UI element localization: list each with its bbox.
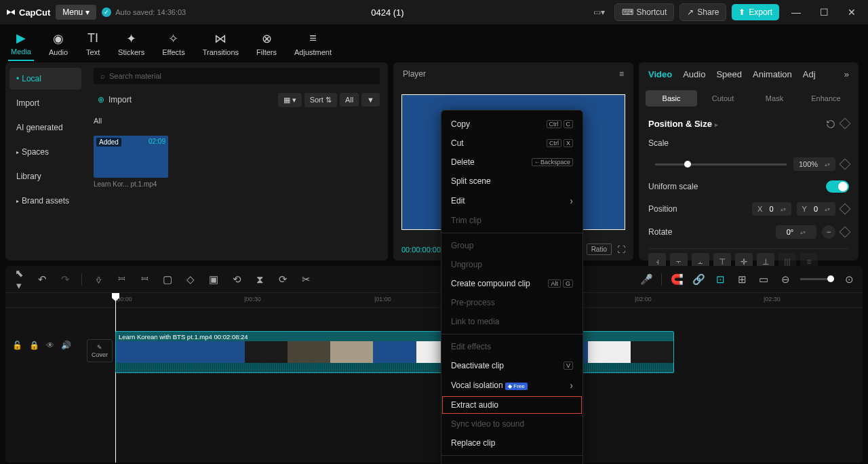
tab-adjustment[interactable]: ≡Adjustment	[292, 27, 334, 60]
sidebar-item-spaces[interactable]: ▸Spaces	[9, 141, 81, 163]
layout-icon[interactable]: ▭▾	[589, 7, 609, 17]
sidebar-item-library[interactable]: Library	[9, 166, 81, 187]
eye-icon[interactable]: 👁	[46, 341, 54, 350]
sidebar-item-local[interactable]: •Local	[9, 68, 81, 90]
tab-transitions[interactable]: ⋈Transitions	[200, 27, 241, 60]
keyframe-icon[interactable]	[840, 159, 851, 170]
player-menu-icon[interactable]: ≡	[619, 69, 624, 79]
menu-button[interactable]: Menu ▾	[56, 5, 96, 20]
section-position-size: Position & Size ▸	[648, 119, 718, 129]
tab-text[interactable]: TIText	[83, 27, 103, 60]
link-icon[interactable]: 🔗	[692, 273, 705, 286]
autosave-status: ✓ Auto saved: 14:36:03	[102, 7, 186, 17]
insp-tab-audio[interactable]: Audio	[683, 69, 705, 79]
timeline-ruler[interactable]: |00:00 |00:30 |01:00 |02:00 |02:30	[5, 293, 863, 308]
check-icon: ✓	[102, 7, 111, 17]
zoom-slider[interactable]	[800, 278, 834, 280]
split-left-icon[interactable]: ⎶	[115, 273, 128, 285]
ctx-extract-audio[interactable]: Extract audio	[441, 395, 583, 414]
pos-y-input[interactable]: Y 0 ▴▾	[797, 202, 835, 216]
lock-icon[interactable]: 🔓	[12, 341, 22, 350]
subtab-enhance[interactable]: Enhance	[800, 90, 852, 107]
more-icon[interactable]: »	[844, 69, 849, 79]
sidebar-item-import[interactable]: Import	[9, 92, 81, 114]
scale-value[interactable]: 100%▴▾	[793, 157, 835, 171]
reset-icon[interactable]	[826, 119, 835, 129]
snap-icon[interactable]: ⊡	[713, 273, 727, 286]
ctx-vocal-isolation[interactable]: Vocal isolation ◆ Free›	[441, 375, 583, 395]
zoom-out-icon[interactable]: ⊖	[778, 273, 792, 286]
ctx-delete[interactable]: Delete←Backspace	[441, 153, 583, 172]
filter-icon-button[interactable]: ▼	[361, 93, 380, 107]
uniform-toggle[interactable]	[826, 180, 849, 193]
ctx-split-scene[interactable]: Split scene	[441, 172, 583, 191]
filter-all-button[interactable]: All	[340, 93, 359, 107]
pointer-tool-icon[interactable]: ⬉ ▾	[12, 267, 26, 292]
tab-stickers[interactable]: ✦Stickers	[115, 27, 147, 60]
pos-x-input[interactable]: X 0 ▴▾	[752, 202, 791, 216]
split-icon[interactable]: ⎀	[92, 273, 105, 285]
magnet-icon[interactable]: 🧲	[670, 273, 684, 286]
media-clip-thumb[interactable]: Added 02:09 Learn Kor... pt.1.mp4	[94, 136, 168, 188]
track-icon[interactable]: ⊞	[735, 273, 749, 286]
tab-filters[interactable]: ⊗Filters	[254, 27, 279, 60]
rotate-input[interactable]: 0° ▴▾	[776, 225, 816, 239]
subtab-cutout[interactable]: Cutout	[697, 90, 749, 107]
mic-icon[interactable]: 🎤	[639, 273, 653, 286]
tab-media[interactable]: ▶Media	[8, 26, 34, 61]
ctx-cut[interactable]: CutCtrlX	[441, 134, 583, 153]
fullscreen-icon[interactable]: ⛶	[617, 245, 625, 254]
ctx-create-compound-clip[interactable]: Create compound clipAltG	[441, 274, 583, 293]
sort-button[interactable]: Sort ⇅	[304, 93, 337, 107]
search-input[interactable]: ⌕ Search material	[94, 68, 380, 84]
insp-tab-animation[interactable]: Animation	[753, 69, 792, 79]
preview-icon[interactable]: ▭	[757, 273, 770, 286]
crop-icon[interactable]: ✂	[299, 273, 313, 286]
ctx-copy[interactable]: CopyCtrlC	[441, 115, 583, 134]
lock-closed-icon[interactable]: 🔒	[29, 341, 39, 350]
ctx-edit[interactable]: Edit›	[441, 191, 583, 211]
timeline-clip[interactable]: Learn Korean with BTS pt.1.mp4 00:02:08:…	[115, 331, 674, 373]
maximize-button[interactable]: ☐	[813, 4, 835, 20]
minimize-button[interactable]: —	[785, 4, 808, 20]
shortcut-button[interactable]: ⌨ Shortcut	[614, 3, 675, 21]
zoom-fit-icon[interactable]: ⊙	[842, 273, 856, 286]
reverse-icon[interactable]: ⟲	[230, 273, 243, 286]
titlebar-right: ▭▾ ⌨ Shortcut ↗ Share ⬆ Export — ☐ ✕	[589, 3, 863, 21]
tab-audio[interactable]: ◉Audio	[46, 27, 71, 60]
flip-h-icon[interactable]: −	[822, 225, 835, 239]
mirror-icon[interactable]: ⧗	[253, 273, 267, 286]
share-button[interactable]: ↗ Share	[679, 3, 726, 21]
grid-view-button[interactable]: ▦ ▾	[278, 93, 302, 107]
import-button[interactable]: ⊕ Import	[94, 91, 136, 109]
ctx-replace-clip[interactable]: Replace clip	[441, 433, 583, 452]
frame-icon[interactable]: ▣	[207, 273, 220, 286]
keyframe-icon[interactable]	[840, 204, 851, 215]
cover-button[interactable]: ✎ Cover	[87, 339, 113, 362]
titlebar: CapCut Menu ▾ ✓ Auto saved: 14:36:03 042…	[0, 0, 868, 24]
rotate-icon[interactable]: ⟳	[276, 273, 290, 286]
close-button[interactable]: ✕	[841, 4, 863, 20]
insp-tab-adj[interactable]: Adj	[803, 69, 816, 79]
split-right-icon[interactable]: ⎶	[138, 273, 151, 285]
insp-tab-video[interactable]: Video	[648, 69, 672, 79]
subtab-basic[interactable]: Basic	[646, 90, 697, 107]
export-button[interactable]: ⬆ Export	[732, 4, 779, 20]
keyframe-icon[interactable]	[840, 227, 851, 238]
playhead[interactable]	[115, 293, 116, 463]
redo-icon[interactable]: ↷	[58, 273, 72, 286]
keyframe-icon[interactable]	[840, 117, 851, 129]
subtab-mask[interactable]: Mask	[749, 90, 800, 107]
inspector-panel: Video Audio Speed Animation Adj » Basic …	[639, 62, 859, 260]
undo-icon[interactable]: ↶	[35, 273, 49, 286]
scale-slider[interactable]	[655, 163, 787, 166]
sidebar-item-ai[interactable]: AI generated	[9, 117, 81, 138]
marker-icon[interactable]: ◇	[184, 273, 197, 286]
ctx-deactivate-clip[interactable]: Deactivate clipV	[441, 356, 583, 375]
mute-icon[interactable]: 🔊	[61, 341, 71, 350]
delete-icon[interactable]: ▢	[161, 273, 174, 286]
sidebar-item-brand[interactable]: ▸Brand assets	[9, 190, 81, 212]
ratio-button[interactable]: Ratio	[587, 244, 612, 255]
tab-effects[interactable]: ✧Effects	[159, 27, 187, 60]
insp-tab-speed[interactable]: Speed	[716, 69, 742, 79]
